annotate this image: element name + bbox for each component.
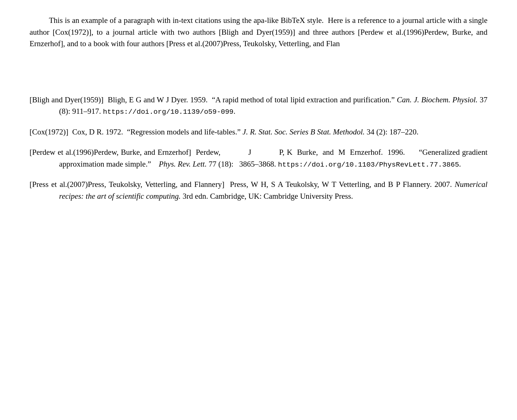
- ref-label-bligh: [Bligh and Dyer(1959)]: [30, 95, 103, 104]
- ref-text-cox: Cox, D R. 1972. “Regression models and l…: [72, 127, 418, 136]
- ref-label-press: [Press et al.(2007)Press, Teukolsky, Vet…: [30, 180, 225, 189]
- ref-label-cox: [Cox(1972)]: [30, 127, 68, 136]
- page: This is an example of a paragraph with i…: [0, 0, 517, 420]
- ref-text-bligh: Bligh, E G and W J Dyer. 1959. “A rapid …: [59, 95, 487, 116]
- ref-label-perdew: [Perdew et al.(1996)Perdew, Burke, and E…: [30, 148, 191, 157]
- references-section: [Bligh and Dyer(1959)] Bligh, E G and W …: [30, 94, 487, 202]
- reference-entry-cox: [Cox(1972)] Cox, D R. 1972. “Regression …: [30, 126, 487, 138]
- paragraph-section: This is an example of a paragraph with i…: [30, 15, 487, 50]
- reference-entry-press: [Press et al.(2007)Press, Teukolsky, Vet…: [30, 179, 487, 202]
- reference-entry-perdew: [Perdew et al.(1996)Perdew, Burke, and E…: [30, 147, 487, 170]
- main-paragraph: This is an example of a paragraph with i…: [30, 15, 487, 50]
- reference-entry-bligh: [Bligh and Dyer(1959)] Bligh, E G and W …: [30, 94, 487, 117]
